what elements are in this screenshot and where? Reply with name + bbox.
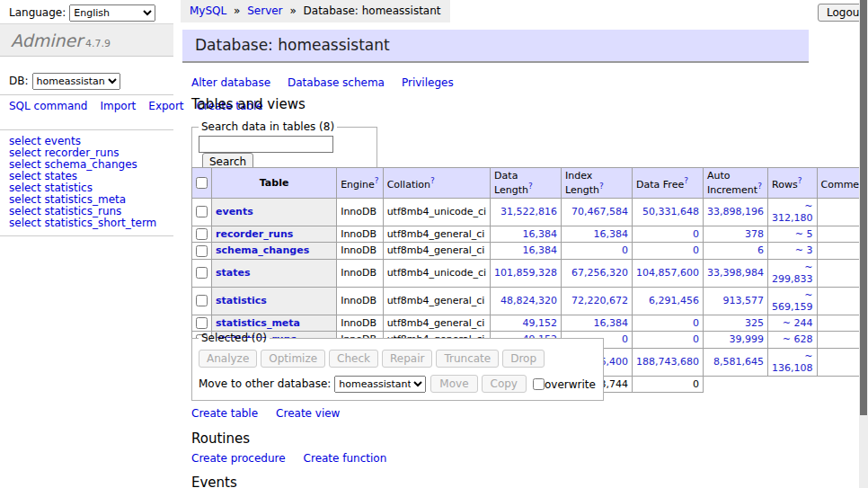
scrollbar-thumb[interactable] [860, 0, 867, 415]
data-free-link[interactable]: 104,857,600 [636, 267, 699, 279]
data-free-link[interactable]: 6,291,456 [649, 295, 699, 306]
index-length-link[interactable]: 67,256,320 [571, 267, 628, 279]
rows-count-link[interactable]: ~ 628 [783, 333, 813, 345]
data-length-link[interactable]: 101,859,328 [494, 267, 557, 279]
row-checkbox[interactable] [196, 267, 208, 279]
sidebar-select-table-link[interactable]: select statistics_short_term [9, 217, 156, 229]
column-help-link[interactable]: ? [599, 182, 604, 191]
column-help-link[interactable]: ? [430, 176, 435, 185]
rows-count-link[interactable]: ~ 244 [783, 317, 813, 329]
auto-increment-link[interactable]: 6 [757, 244, 764, 256]
sidebar-action-link[interactable]: SQL command [9, 100, 87, 112]
selected-operation-button[interactable]: Truncate [436, 350, 499, 368]
data-free-cell: 0 [633, 226, 704, 243]
row-checkbox[interactable] [196, 245, 208, 257]
data-length-link[interactable]: 48,824,320 [500, 295, 557, 306]
data-free-link[interactable]: 0 [693, 228, 699, 240]
rows-count-link[interactable]: ~ 312,180 [772, 200, 813, 224]
index-length-link[interactable]: 0 [622, 244, 628, 256]
data-length-link[interactable]: 16,384 [523, 244, 558, 256]
vertical-scrollbar[interactable] [859, 0, 868, 488]
rows-count-cell: ~ 312,180 [768, 198, 817, 226]
data-length-link[interactable]: 16,384 [523, 228, 558, 240]
database-action-link[interactable]: Privileges [402, 76, 454, 89]
rows-count-link[interactable]: ~ 5 [795, 228, 813, 240]
rows-count-link[interactable]: ~ 3 [795, 244, 813, 256]
data-free-link[interactable]: 0 [693, 317, 699, 329]
auto-increment-link[interactable]: 913,577 [723, 295, 765, 306]
tables-heading: Tables and views [191, 96, 306, 112]
index-length-link[interactable]: 72,220,672 [571, 295, 628, 306]
routine-create-link[interactable]: Create function [304, 452, 387, 465]
auto-increment-link[interactable]: 33,898,196 [707, 206, 764, 217]
overwrite-checkbox[interactable] [533, 378, 545, 390]
sidebar-action-link[interactable]: Import [100, 100, 136, 112]
data-free-link[interactable]: 0 [693, 333, 699, 345]
language-select[interactable]: English [69, 4, 155, 22]
app-version: 4.7.9 [85, 38, 111, 49]
data-free-link[interactable]: 188,743,680 [636, 356, 699, 368]
index-length-link[interactable]: 0 [622, 333, 628, 345]
table-name-link[interactable]: states [216, 267, 251, 279]
routine-create-link[interactable]: Create procedure [191, 452, 286, 465]
auto-increment-link[interactable]: 33,398,984 [707, 267, 764, 279]
data-length-link[interactable]: 31,522,816 [500, 206, 557, 217]
index-length-link[interactable]: 70,467,584 [571, 206, 628, 217]
table-name-link[interactable]: events [216, 206, 253, 217]
index-length-link[interactable]: 16,384 [594, 228, 629, 240]
selected-operation-button[interactable]: Repair [382, 350, 432, 368]
column-help-link[interactable]: ? [684, 176, 688, 185]
table-name-cell: statistics [212, 287, 337, 315]
table-name-link[interactable]: statistics_meta [216, 317, 300, 329]
check-all-checkbox[interactable] [196, 177, 208, 189]
database-action-link[interactable]: Alter database [191, 76, 270, 89]
auto-increment-link[interactable]: 39,999 [730, 333, 765, 345]
breadcrumb-server-type-link[interactable]: MySQL [190, 4, 226, 17]
auto-increment-link[interactable]: 8,581,645 [713, 356, 764, 368]
table-name-link[interactable]: recorder_runs [216, 228, 293, 240]
app-logo[interactable]: Adminer [11, 31, 83, 50]
column-header: Auto Increment? [704, 168, 768, 199]
search-input[interactable] [199, 136, 333, 153]
column-header: Data Free? [633, 168, 704, 199]
table-name-link[interactable]: schema_changes [216, 244, 309, 256]
rows-count-link[interactable]: ~ 299,833 [772, 262, 813, 285]
selected-operation-button[interactable]: Optimize [261, 350, 325, 368]
rows-count-cell: ~ 136,108 [768, 348, 817, 376]
index-length-link[interactable]: 16,384 [594, 317, 629, 329]
row-checkbox[interactable] [196, 206, 208, 217]
copy-button[interactable]: Copy [482, 375, 527, 393]
auto-increment-link[interactable]: 378 [745, 228, 764, 240]
data-length-link[interactable]: 49,152 [523, 317, 558, 329]
column-help-link[interactable]: ? [798, 176, 802, 185]
rows-count-link[interactable]: ~ 136,108 [772, 350, 813, 374]
auto-increment-cell: 913,577 [704, 287, 768, 315]
data-free-link[interactable]: 0 [693, 244, 699, 256]
data-length-cell: 31,522,816 [491, 198, 562, 226]
auto-increment-link[interactable]: 325 [745, 317, 764, 329]
breadcrumb-server-link[interactable]: Server [247, 4, 282, 17]
move-button[interactable]: Move [430, 375, 477, 393]
create-link[interactable]: Create view [276, 407, 340, 420]
create-link[interactable]: Create table [191, 407, 258, 420]
selected-operation-button[interactable]: Analyze [199, 350, 257, 368]
selected-operation-button[interactable]: Check [329, 350, 378, 368]
overwrite-label: overwrite [545, 378, 596, 391]
table-name-link[interactable]: statistics [216, 295, 267, 306]
row-checkbox[interactable] [196, 317, 208, 329]
row-checkbox[interactable] [196, 228, 208, 240]
move-db-select[interactable]: homeassistant [334, 376, 426, 393]
data-free-link[interactable]: 50,331,648 [642, 206, 699, 217]
database-action-link[interactable]: Database schema [288, 76, 385, 89]
data-length-cell: 16,384 [491, 226, 562, 243]
selected-operation-button[interactable]: Drop [502, 350, 545, 368]
db-select[interactable]: homeassistant [32, 73, 120, 90]
column-help-link[interactable]: ? [757, 182, 762, 191]
sidebar-action-link[interactable]: Export [148, 100, 183, 112]
column-help-link[interactable]: ? [528, 182, 533, 191]
row-checkbox[interactable] [196, 295, 208, 306]
data-free-cell: 6,291,456 [633, 287, 704, 315]
rows-count-link[interactable]: ~ 569,159 [772, 289, 813, 313]
column-help-link[interactable]: ? [375, 176, 379, 185]
total-data-free: 0 [633, 376, 704, 392]
